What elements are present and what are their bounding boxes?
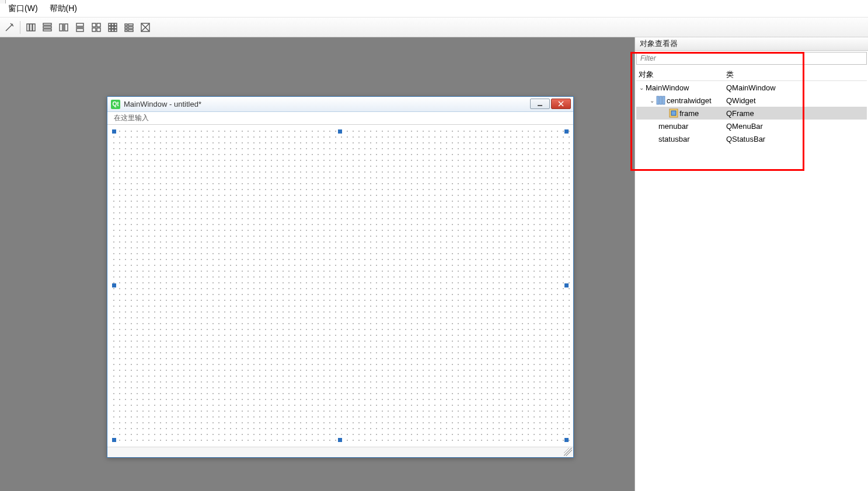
svg-rect-39: [663, 96, 665, 104]
designer-body[interactable]: [107, 125, 573, 447]
svg-rect-4: [43, 26, 51, 28]
toolbar-divider: [20, 21, 20, 34]
svg-rect-26: [128, 24, 133, 26]
tree-header-class[interactable]: 类: [724, 68, 867, 80]
selection-handle-mr[interactable]: [564, 283, 569, 287]
tree-node-name: menubar: [658, 122, 688, 131]
svg-rect-29: [125, 30, 127, 31]
svg-rect-15: [97, 28, 100, 31]
svg-rect-38: [660, 96, 662, 104]
form-dotgrid: [111, 128, 570, 443]
workarea: Qt MainWindow - untitled* 在这里输入: [0, 37, 868, 491]
svg-rect-18: [114, 23, 117, 26]
menu-window[interactable]: 窗口(W): [2, 1, 44, 16]
selection-handle-ml[interactable]: [112, 283, 116, 287]
layout-vertical-button[interactable]: [40, 20, 54, 34]
svg-rect-13: [97, 23, 100, 27]
selection-handle-bl[interactable]: [112, 438, 116, 442]
object-inspector-title: 对象查看器: [635, 37, 868, 51]
tree-node-class: QStatusBar: [726, 135, 765, 143]
menu-help[interactable]: 帮助(H): [44, 1, 83, 16]
svg-rect-22: [109, 29, 111, 31]
minimize-button[interactable]: [530, 99, 550, 109]
layout-grid-small-button[interactable]: [106, 20, 120, 34]
tree-node-name: MainWindow: [646, 83, 689, 92]
svg-rect-5: [43, 29, 51, 31]
layout-hsplitter-button[interactable]: [57, 20, 71, 34]
selection-handle-bc[interactable]: [338, 438, 342, 442]
edit-widgets-button[interactable]: [2, 20, 16, 34]
object-inspector-body: 对象 类 ⌄ MainWindow QMainWindow ⌄: [635, 51, 868, 491]
size-grip-icon[interactable]: [564, 448, 572, 456]
qt-logo-icon: Qt: [111, 100, 120, 109]
selection-handle-tl[interactable]: [112, 129, 116, 134]
tree-node-class: QMainWindow: [726, 83, 776, 92]
toolbar-grip: [0, 0, 6, 3]
designer-title: MainWindow - untitled*: [124, 100, 201, 108]
designer-titlebar[interactable]: Qt MainWindow - untitled*: [107, 97, 573, 112]
designer-menubar[interactable]: 在这里输入: [107, 112, 573, 125]
layout-horizontal-button[interactable]: [24, 20, 38, 34]
svg-rect-16: [109, 23, 111, 26]
svg-rect-9: [76, 23, 83, 26]
tree-node-name: statusbar: [658, 135, 689, 143]
svg-rect-28: [128, 27, 133, 29]
tree-row-menubar[interactable]: menubar QMenuBar: [636, 120, 867, 132]
expand-arrow-icon[interactable]: ⌄: [637, 83, 646, 92]
svg-rect-25: [125, 24, 127, 26]
layout-grid-button[interactable]: [89, 20, 103, 34]
tree-header: 对象 类: [636, 68, 867, 81]
tree-row-mainwindow[interactable]: ⌄ MainWindow QMainWindow: [636, 81, 867, 94]
designer-window[interactable]: Qt MainWindow - untitled* 在这里输入: [107, 96, 574, 458]
object-tree[interactable]: ⌄ MainWindow QMainWindow ⌄ centralwidget…: [636, 81, 867, 145]
tree-node-name: centralwidget: [667, 96, 712, 105]
close-button[interactable]: [551, 99, 571, 109]
svg-rect-0: [27, 24, 29, 31]
svg-rect-20: [111, 26, 114, 29]
break-layout-button[interactable]: [138, 20, 152, 34]
layout-vsplitter-button[interactable]: [73, 20, 87, 34]
selection-handle-tc[interactable]: [338, 129, 342, 134]
tree-node-class: QFrame: [726, 109, 754, 118]
tree-node-class: QWidget: [726, 96, 756, 105]
svg-rect-24: [114, 29, 117, 31]
layout-form-button[interactable]: [122, 20, 136, 34]
frame-icon: [669, 108, 678, 118]
svg-rect-12: [92, 23, 96, 27]
tree-row-frame[interactable]: frame QFrame: [636, 107, 867, 120]
tree-node-class: QMenuBar: [726, 122, 763, 131]
canvas-panel[interactable]: Qt MainWindow - untitled* 在这里输入: [0, 37, 635, 491]
svg-rect-14: [92, 28, 96, 31]
svg-rect-3: [43, 23, 51, 25]
app-menubar: 窗口(W) 帮助(H): [0, 0, 868, 17]
svg-rect-27: [125, 27, 127, 29]
expand-arrow-icon[interactable]: ⌄: [648, 96, 656, 104]
designer-menubar-placeholder[interactable]: 在这里输入: [111, 112, 152, 124]
svg-rect-19: [109, 26, 111, 29]
layout-icon: [656, 96, 665, 105]
svg-rect-7: [65, 24, 68, 31]
tree-row-statusbar[interactable]: statusbar QStatusBar: [636, 132, 867, 145]
svg-rect-21: [114, 26, 117, 29]
selection-handle-br[interactable]: [564, 438, 569, 442]
svg-rect-41: [671, 111, 676, 115]
tree-header-object[interactable]: 对象: [636, 68, 724, 80]
svg-rect-2: [33, 24, 35, 31]
svg-rect-37: [657, 96, 659, 104]
svg-rect-6: [60, 24, 62, 31]
svg-rect-1: [30, 24, 32, 31]
svg-rect-10: [76, 29, 83, 31]
svg-rect-17: [111, 23, 114, 26]
selection-handle-tr[interactable]: [564, 129, 569, 134]
app-toolbar: [0, 17, 868, 37]
object-inspector-panel: 对象查看器 对象 类 ⌄ MainWindow QMainWindow: [635, 37, 868, 491]
window-buttons: [530, 99, 571, 109]
svg-rect-23: [111, 29, 114, 31]
svg-rect-30: [128, 30, 133, 31]
tree-row-centralwidget[interactable]: ⌄ centralwidget QWidget: [636, 94, 867, 107]
tree-node-name: frame: [679, 109, 699, 118]
designer-statusbar: [107, 447, 573, 457]
object-filter-input[interactable]: [636, 52, 867, 65]
